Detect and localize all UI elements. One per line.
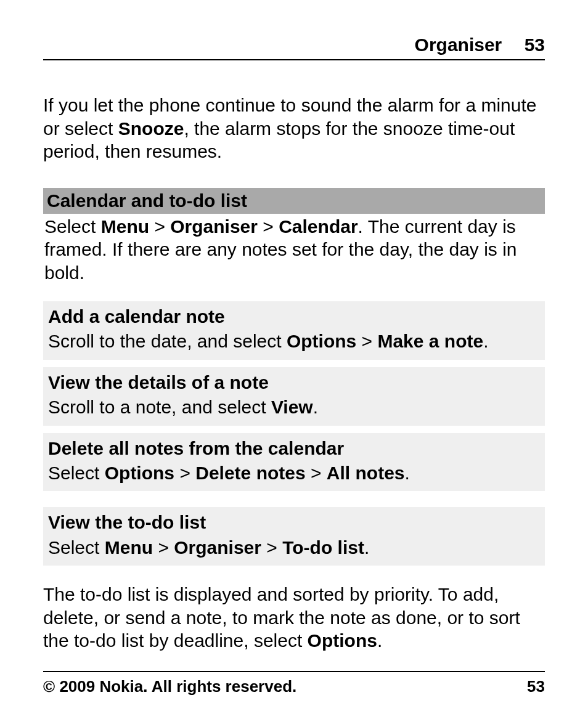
footer-copyright: © 2009 Nokia. All rights reserved. (43, 677, 296, 696)
text: > (174, 463, 195, 483)
sub-title: View the details of a note (48, 371, 540, 394)
bold-calendar: Calendar (279, 216, 357, 237)
bold-organiser: Organiser (170, 216, 258, 237)
sub-body: Select Options > Delete notes > All note… (48, 461, 540, 485)
sub-view-details: View the details of a note Scroll to a n… (43, 367, 545, 426)
text: . (313, 397, 318, 417)
section-heading: Calendar and to-do list (43, 188, 545, 214)
bold-delete-notes: Delete notes (195, 463, 305, 483)
intro-paragraph: If you let the phone continue to sound t… (43, 94, 545, 163)
bold-view: View (271, 397, 313, 417)
text: . (364, 537, 369, 558)
sub-body: Select Menu > Organiser > To-do list. (48, 536, 540, 559)
bold-options: Options (105, 463, 174, 483)
sub-view-todo-list: View the to-do list Select Menu > Organi… (43, 507, 545, 566)
bold-menu: Menu (105, 537, 153, 558)
sub-title: Add a calendar note (48, 305, 540, 328)
bold-snooze: Snooze (118, 118, 184, 139)
bold-options: Options (287, 331, 356, 351)
page-footer: © 2009 Nokia. All rights reserved. 53 (43, 671, 545, 696)
text: > (258, 216, 279, 237)
sub-delete-all-notes: Delete all notes from the calendar Selec… (43, 433, 545, 492)
outro-paragraph: The to-do list is displayed and sorted b… (43, 583, 545, 652)
bold-menu: Menu (101, 216, 149, 237)
text: Scroll to the date, and select (48, 331, 287, 351)
footer-page-number: 53 (527, 677, 545, 696)
text: > (149, 216, 170, 237)
section-body: Select Menu > Organiser > Calendar. The … (43, 215, 545, 285)
text: The to-do list is displayed and sorted b… (43, 584, 520, 651)
text: . (483, 331, 488, 351)
text: > (261, 537, 282, 558)
text: Select (48, 463, 105, 483)
header-page-number: 53 (525, 35, 545, 55)
sub-title: View the to-do list (48, 511, 540, 534)
text: . (405, 463, 410, 483)
sub-body: Scroll to a note, and select View. (48, 396, 540, 419)
sub-body: Scroll to the date, and select Options >… (48, 330, 540, 353)
bold-options: Options (308, 630, 377, 651)
sub-title: Delete all notes from the calendar (48, 437, 540, 460)
bold-todo-list: To-do list (282, 537, 364, 558)
bold-organiser: Organiser (174, 537, 261, 558)
text: . (377, 630, 382, 651)
text: > (306, 463, 327, 483)
text: > (356, 331, 377, 351)
bold-make-a-note: Make a note (377, 331, 483, 351)
text: > (153, 537, 174, 558)
text: Select (48, 537, 105, 558)
text: Select (44, 216, 101, 237)
text: Scroll to a note, and select (48, 397, 271, 417)
bold-all-notes: All notes (327, 463, 405, 483)
page-header: Organiser 53 (43, 35, 545, 60)
sub-add-calendar-note: Add a calendar note Scroll to the date, … (43, 301, 545, 360)
header-title: Organiser (415, 35, 502, 55)
